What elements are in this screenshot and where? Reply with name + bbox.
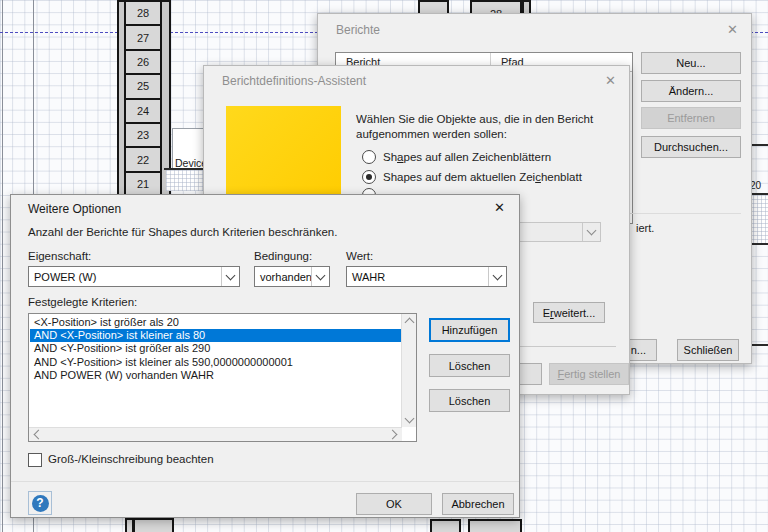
criteria-hscrollbar[interactable] <box>29 427 402 441</box>
chevron-down-icon[interactable] <box>311 267 329 286</box>
device-fine-grid <box>166 170 208 191</box>
radio-icon-selected <box>362 170 376 184</box>
loeschen-button-2[interactable]: Löschen <box>429 389 510 412</box>
rack-cell-bottom-fragment-2[interactable] <box>430 519 461 532</box>
berichte-close-icon[interactable]: ✕ <box>727 23 738 36</box>
eigenschaft-value: POWER (W) <box>29 271 221 283</box>
fertig-stellen-button: Fertig stellen <box>549 363 629 385</box>
scroll-down-icon[interactable] <box>403 414 415 426</box>
criteria-listbox[interactable]: <X-Position> ist größer als 20AND <X-Pos… <box>28 313 417 442</box>
shape-line-right-top <box>750 144 768 146</box>
entfernen-button: Entfernen <box>641 107 741 129</box>
radio-icon-unselected <box>362 150 376 164</box>
criteria-intro-text: Anzahl der Berichte für Shapes durch Kri… <box>28 226 337 238</box>
rack-cell-bottom-fragment-3[interactable] <box>468 519 522 532</box>
rack-unit-cell[interactable]: 23 <box>126 124 160 148</box>
radio-current-sheet-label: Shapes auf dem aktuellen Zeichenblatt <box>383 171 582 183</box>
berichte-description-fragment: iert. <box>636 222 654 234</box>
radio-all-sheets[interactable]: Shapes auf allen Zeichenblättern <box>362 150 551 164</box>
erweitert-button[interactable]: Erweitert... <box>533 302 605 323</box>
wert-label: Wert: <box>346 250 373 262</box>
criteria-row[interactable]: AND <Y-Position> ist kleiner als 590,000… <box>30 356 401 369</box>
scroll-right-icon[interactable] <box>388 430 398 440</box>
chevron-down-icon <box>582 223 600 241</box>
schliessen-button[interactable]: Schließen <box>677 339 739 361</box>
assistent-title: Berichtdefinitions-Assistent <box>222 74 366 88</box>
ok-button[interactable]: OK <box>356 493 432 515</box>
criteria-vscrollbar[interactable] <box>401 314 416 427</box>
page-edge-line-left <box>2 0 3 532</box>
shape-line-right-bottom <box>750 344 768 346</box>
footer-separator <box>11 481 519 482</box>
assistent-close-icon[interactable]: ✕ <box>605 74 616 87</box>
rack-rail-right <box>160 0 171 196</box>
case-sensitive-label: Groß-/Kleinschreibung beachten <box>48 453 214 465</box>
case-sensitive-checkbox[interactable] <box>28 453 42 467</box>
eigenschaft-combobox[interactable]: POWER (W) <box>28 266 240 287</box>
dialog-berichte-title: Berichte <box>336 23 380 37</box>
ausfuehren-label-fragment: n... <box>631 344 646 356</box>
assistent-prompt: Wählen Sie die Objekte aus, die in den B… <box>356 112 593 142</box>
durchsuchen-button[interactable]: Durchsuchen... <box>641 136 741 158</box>
wert-value: WAHR <box>347 271 488 283</box>
chevron-down-icon[interactable] <box>488 267 506 286</box>
rack-unit-cell[interactable]: 28 <box>126 2 160 26</box>
fertig-stellen-label: Fertig stellen <box>558 368 621 380</box>
bedingung-label: Bedingung: <box>254 250 312 262</box>
rack-unit-cell[interactable]: 26 <box>126 51 160 75</box>
scroll-left-icon[interactable] <box>34 430 44 440</box>
rack-cell-bottom-fragment[interactable] <box>133 518 174 532</box>
weitere-optionen-title: Weitere Optionen <box>28 202 121 216</box>
rack-rail-left <box>117 0 126 196</box>
radio-current-sheet[interactable]: Shapes auf dem aktuellen Zeichenblatt <box>362 170 582 184</box>
help-button[interactable]: ? <box>28 491 52 515</box>
scroll-up-icon[interactable] <box>403 315 415 327</box>
rack-unit-cell[interactable]: 25 <box>126 75 160 99</box>
wert-combobox[interactable]: WAHR <box>346 266 507 287</box>
aendern-button[interactable]: Ändern... <box>641 80 741 102</box>
erweitert-label: Erweitert... <box>543 307 596 319</box>
bedingung-value: vorhanden <box>255 271 311 283</box>
rack-unit-cell[interactable]: 27 <box>126 26 160 50</box>
criteria-row[interactable]: AND POWER (W) vorhanden WAHR <box>30 369 401 382</box>
chevron-down-icon[interactable] <box>221 267 239 286</box>
criteria-list: <X-Position> ist größer als 20AND <X-Pos… <box>30 316 401 382</box>
rack-left-cells: 2827262524232221 <box>126 0 160 197</box>
rack-shape-left[interactable]: 2827262524232221 <box>117 0 171 197</box>
assistent-prompt-line2: aufgenommen werden sollen: <box>356 127 593 142</box>
abbrechen-button[interactable]: Abbrechen <box>442 493 514 515</box>
help-icon: ? <box>32 495 49 512</box>
hinzufuegen-button[interactable]: Hinzufügen <box>429 318 510 342</box>
kriterien-label: Festgelegte Kriterien: <box>28 296 137 308</box>
rack-unit-cell[interactable]: 21 <box>126 173 160 195</box>
dialog-weitere-optionen: Weitere Optionen ✕ Anzahl der Berichte f… <box>10 194 520 518</box>
eigenschaft-label: Eigenschaft: <box>28 250 91 262</box>
assistent-prompt-line1: Wählen Sie die Objekte aus, die in den B… <box>356 112 593 127</box>
neu-button[interactable]: Neu... <box>641 52 741 74</box>
weitere-optionen-close-icon[interactable]: ✕ <box>494 201 505 214</box>
bedingung-combobox[interactable]: vorhanden <box>254 266 330 287</box>
rack-unit-cell[interactable]: 22 <box>126 148 160 172</box>
criteria-row[interactable]: AND <Y-Position> ist größer als 290 <box>30 342 401 355</box>
radio-all-sheets-label: Shapes auf allen Zeichenblättern <box>383 151 551 163</box>
loeschen-button-1[interactable]: Löschen <box>429 354 510 377</box>
visio-canvas: 2827262524232221 Device 28 -820 Berichte… <box>0 0 768 532</box>
rack-unit-cell[interactable]: 24 <box>126 100 160 124</box>
criteria-row[interactable]: <X-Position> ist größer als 20 <box>30 316 401 329</box>
criteria-row[interactable]: AND <X-Position> ist kleiner als 80 <box>30 329 401 342</box>
